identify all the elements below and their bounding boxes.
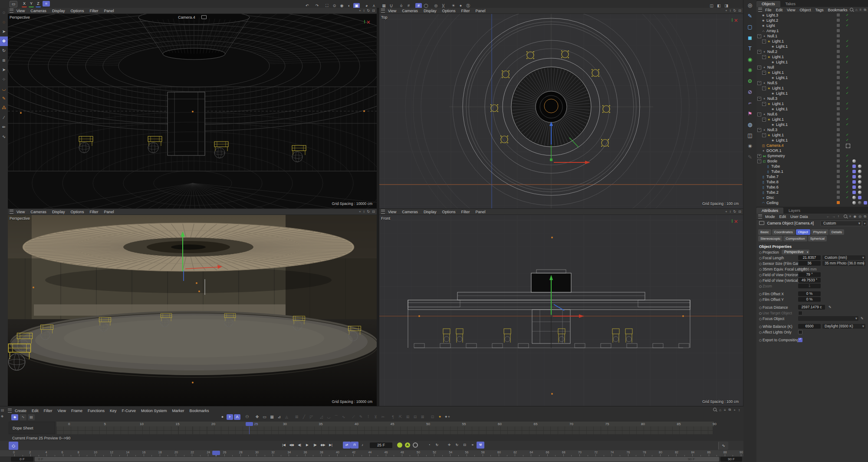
layer-toggle[interactable]	[837, 112, 840, 116]
value-field[interactable]: 6500	[798, 324, 821, 329]
anim-dot-icon[interactable]	[759, 331, 762, 334]
spheres-cluster-icon[interactable]: ⁂	[0, 103, 8, 113]
anim-dot-icon[interactable]	[759, 257, 762, 260]
attr-tab-spherical[interactable]: Spherical	[808, 236, 827, 241]
workplane-button[interactable]: ⌗	[43, 1, 50, 7]
viewport-menu-item-filter[interactable]: Filter	[89, 9, 98, 13]
timeline-menu-f-curve[interactable]: F-Curve	[122, 409, 136, 413]
object-link-field[interactable]	[798, 316, 858, 321]
anim-dot-icon[interactable]	[759, 280, 762, 282]
tree-item-Light.1[interactable]: −✳Light.1✓	[756, 117, 868, 122]
attr-tab-details[interactable]: Details	[829, 229, 844, 235]
step-icon[interactable]: ◸	[308, 414, 315, 420]
tree-item-Light.1[interactable]: ✳Light.1✓	[756, 91, 868, 96]
material-tag[interactable]	[858, 185, 861, 189]
zoom-tool-icon[interactable]: ◌	[0, 8, 8, 17]
layer-toggle[interactable]	[837, 97, 840, 100]
tangent-icon[interactable]: ⊺	[365, 414, 372, 420]
phong-tag[interactable]	[852, 170, 856, 173]
menu-item-user-data[interactable]: User Data	[790, 214, 808, 219]
tree-item-Tube.1[interactable]: ▯Tube.1✓	[756, 169, 868, 174]
viewport-perspective-render[interactable]: ViewCamerasDisplayOptionsFilterPanel+↕↻⊡…	[8, 209, 377, 406]
viewport-menu-item-filter[interactable]: Filter	[461, 9, 470, 13]
layer-toggle[interactable]	[837, 133, 840, 136]
timeline-corner-icon[interactable]: ◈	[1, 414, 3, 418]
enabled-check-icon[interactable]: ✓	[846, 122, 849, 127]
subdivision-surface-icon[interactable]: ◉	[743, 54, 756, 65]
pan-icon[interactable]: +	[359, 9, 361, 13]
anim-dot-icon[interactable]	[759, 285, 762, 288]
layer-toggle[interactable]	[837, 34, 840, 37]
phong-tag[interactable]	[852, 191, 856, 194]
value-field[interactable]: 49.7533 °	[798, 278, 821, 283]
tree-item-Light.1[interactable]: ✳Light.1✓	[756, 59, 868, 65]
material-tag[interactable]	[858, 180, 861, 184]
power-slider-ruler[interactable]: 0246810121416182022242628303234363840424…	[0, 450, 743, 456]
phong-tag[interactable]	[852, 175, 856, 178]
viewport-menu-item-panel[interactable]: Panel	[475, 210, 485, 214]
spline-pen-icon[interactable]: ✎	[743, 11, 756, 22]
maximize-icon[interactable]: ⊡	[372, 9, 375, 13]
projection-dropdown[interactable]: Perspective	[782, 250, 809, 254]
metaball-icon[interactable]: ❋	[743, 65, 756, 76]
tree-item-Light.1[interactable]: ✳Light.1✓	[756, 44, 868, 49]
enabled-check-icon[interactable]: ✓	[846, 185, 849, 190]
tree-item-Tube.2[interactable]: ▯Tube.2✓	[756, 190, 868, 195]
lock-icon[interactable]: ◉	[853, 214, 856, 218]
value-field[interactable]: 2597.1479 c	[798, 305, 825, 310]
sub-box-icon[interactable]: ⊟	[412, 414, 418, 420]
pen-disabled-icon[interactable]: ✎	[743, 152, 756, 163]
pan-icon[interactable]: +	[359, 210, 361, 214]
rec-param-icon[interactable]: ≡	[469, 442, 477, 449]
checkbox[interactable]	[798, 338, 802, 342]
pen-icon[interactable]: ✎	[358, 414, 364, 420]
tree-item-Null.1[interactable]: −+Null.1	[756, 33, 868, 39]
viewport-menu-item-display[interactable]: Display	[424, 210, 437, 214]
goto-end-button[interactable]: ▶|	[327, 442, 335, 449]
value-dropdown[interactable]: Custom (mm)	[822, 255, 865, 260]
timeline-menu-motion-system[interactable]: Motion System	[141, 409, 167, 413]
maximize-icon[interactable]: ⊡	[738, 9, 741, 13]
tree-item-Light.1[interactable]: ✳Light.1✓	[756, 138, 868, 143]
viewport-menu-icon[interactable]	[10, 9, 13, 13]
clip-mode-icon[interactable]: ▤	[28, 414, 35, 420]
pan-icon[interactable]: +	[725, 9, 727, 13]
maximize-icon[interactable]: ⊡	[738, 210, 741, 214]
flag-icon[interactable]: ⚑	[743, 109, 756, 119]
phong-tag[interactable]	[858, 196, 861, 199]
layer-toggle[interactable]	[837, 40, 840, 43]
axis-x-button[interactable]: X	[22, 1, 27, 7]
zoom-icon[interactable]: ↕	[363, 210, 365, 214]
viewport-menu-item-panel[interactable]: Panel	[475, 9, 485, 13]
live-selection-icon[interactable]: ◌	[0, 17, 8, 27]
attr-tab-stereoscopic[interactable]: Stereoscopic	[758, 236, 783, 241]
expand-icon[interactable]: −	[757, 66, 761, 69]
value-field[interactable]: 0 %	[798, 291, 821, 296]
expand-icon[interactable]: −	[757, 112, 761, 116]
phong-tag[interactable]	[864, 201, 867, 205]
fcurve-mode-icon[interactable]: ∿	[20, 414, 26, 420]
enabled-check-icon[interactable]: ✓	[846, 132, 849, 138]
rotate-view-icon[interactable]: ↻	[733, 9, 736, 13]
layer-toggle[interactable]	[837, 45, 840, 48]
checkbox[interactable]	[798, 330, 802, 334]
move-icon[interactable]: ↕	[738, 408, 740, 412]
home-icon[interactable]: ⌂	[855, 8, 858, 12]
play-mode-button[interactable]: ⊓	[351, 442, 358, 449]
dope-sheet-ruler[interactable]: 05101520253035404550556065707580859025	[56, 422, 714, 426]
clock-icon[interactable]: ◔	[425, 442, 433, 449]
range-start-field[interactable]: 0 F	[11, 457, 33, 462]
search-icon[interactable]	[842, 214, 847, 219]
generator-gear-icon[interactable]: ⚙	[743, 76, 756, 87]
expand-icon[interactable]: −	[757, 50, 761, 54]
move-keys-icon[interactable]: ✥	[254, 414, 260, 420]
spline-icon[interactable]: ◿	[318, 414, 325, 420]
tree-item-Light.1[interactable]: −✳Light.1✓	[756, 101, 868, 106]
tree-item-Light.3[interactable]: ✳Light.3✓	[756, 13, 868, 18]
layer-toggle[interactable]	[837, 159, 840, 162]
value-field[interactable]: 0 %	[798, 297, 821, 302]
material-tag[interactable]	[858, 175, 861, 178]
viewport-camera-label[interactable]: Camera.4	[8, 15, 377, 20]
merge-icon[interactable]: ⊻	[372, 414, 379, 420]
layer-toggle[interactable]	[837, 139, 840, 142]
